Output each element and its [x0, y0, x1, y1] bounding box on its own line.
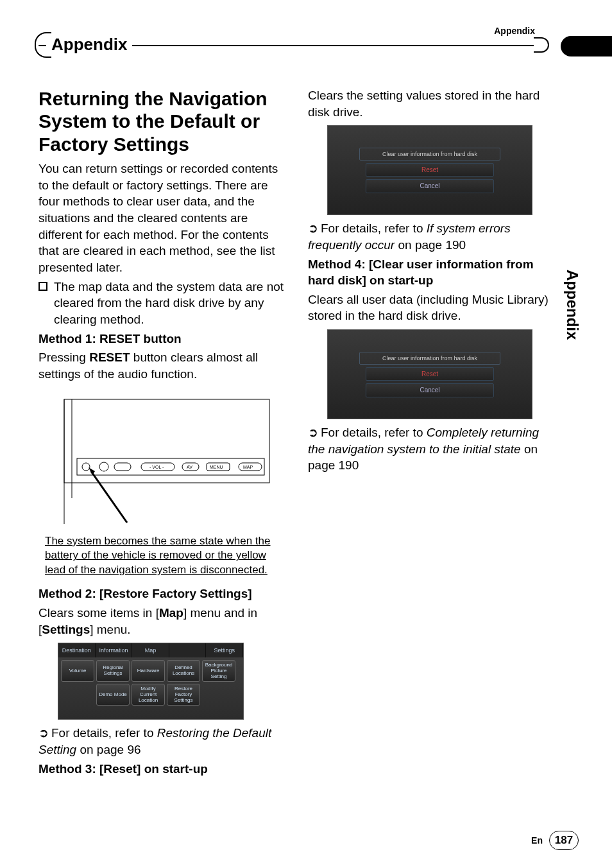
dialog-label: Clear user information from hard disk: [359, 352, 500, 365]
note-bullet: The map data and the system data are not…: [38, 279, 285, 328]
ref2a: For details, refer to: [51, 726, 157, 740]
ss-tab: Information: [96, 643, 133, 657]
ref3: ➲For details, refer to If system errors …: [308, 220, 554, 253]
ref2: ➲For details, refer to Restoring the Def…: [38, 725, 285, 758]
chapter-title: Appendix: [46, 35, 132, 55]
lang-label: En: [531, 835, 543, 846]
ss-tab: Map: [132, 643, 169, 657]
m1-reset-word: RESET: [89, 351, 130, 364]
ss-button: Regional Settings: [96, 660, 130, 682]
ref4: ➲For details, refer to Completely return…: [308, 424, 554, 474]
ss-tab: [169, 643, 207, 657]
method1-text: Pressing RESET button clears almost all …: [38, 349, 285, 382]
m1-text-a: Pressing: [38, 351, 89, 364]
svg-text:AV: AV: [187, 465, 192, 469]
svg-line-15: [91, 471, 127, 523]
intro-paragraph: You can return settings or recorded cont…: [38, 161, 285, 275]
pointer-icon: ➲: [38, 726, 49, 740]
right-p1: Clears the setting values stored in the …: [308, 87, 554, 120]
ss-button: Modify Current Location: [132, 684, 165, 706]
ref3b: on page 190: [395, 238, 466, 252]
device-panel-figure: - VOL - AV MENU MAP: [45, 389, 282, 530]
svg-text:- VOL -: - VOL -: [149, 465, 164, 469]
left-column: Returning the Navigation System to the D…: [38, 87, 285, 779]
method3-title: Method 3: [Reset] on start-up: [38, 761, 285, 777]
svg-point-5: [99, 462, 108, 471]
ss-tab: Settings: [206, 643, 243, 657]
note-text: The map data and the system data are not…: [54, 279, 285, 328]
m2c: ] menu.: [90, 623, 130, 636]
ss-button: Hardware: [132, 660, 165, 682]
method2-title: Method 2: [Restore Factory Settings]: [38, 586, 285, 602]
method1-title: Method 1: RESET button: [38, 331, 285, 347]
pointer-icon: ➲: [308, 426, 318, 439]
svg-rect-6: [114, 463, 131, 471]
dialog-cancel-button: Cancel: [366, 179, 494, 193]
ref4a: For details, refer to: [321, 426, 427, 439]
svg-point-4: [82, 463, 90, 471]
svg-rect-3: [77, 458, 264, 475]
settings-menu-screenshot: Destination Information Map Settings Vol…: [58, 643, 244, 720]
ss-button: Volume: [61, 660, 94, 682]
side-vertical-label: Appendix: [563, 270, 581, 340]
page-number: 187: [549, 831, 579, 850]
section-heading: Returning the Navigation System to the D…: [38, 87, 285, 155]
figure1-caption: The system becomes the same state when t…: [45, 534, 272, 578]
ref3a: For details, refer to: [321, 221, 427, 235]
pointer-icon: ➲: [308, 221, 318, 235]
ss-button: Restore Factory Settings: [167, 684, 200, 706]
ss-button: Background Picture Setting: [202, 660, 235, 682]
dialog-cancel-button: Cancel: [366, 383, 494, 397]
ss-button: Demo Mode: [96, 684, 130, 706]
method4-title: Method 4: [Clear user information from h…: [308, 256, 554, 289]
ss-button: Defined Locations: [167, 660, 200, 682]
page-footer: En 187: [531, 831, 579, 850]
chapter-banner: Appendix: [38, 36, 586, 59]
method4-text: Clears all user data (including Music Li…: [308, 291, 554, 324]
reset-dialog-1: Clear user information from hard disk Re…: [327, 125, 532, 215]
svg-text:MENU: MENU: [210, 465, 223, 469]
banner-end-cap: [534, 37, 549, 53]
ss-tab: Destination: [58, 643, 96, 657]
right-column: Clears the setting values stored in the …: [308, 87, 586, 779]
svg-text:MAP: MAP: [243, 465, 253, 469]
m2-map: Map: [159, 606, 183, 620]
device-panel-svg: - VOL - AV MENU MAP: [45, 389, 282, 530]
reset-dialog-2: Clear user information from hard disk Re…: [327, 329, 532, 419]
m2a: Clears some items in [: [38, 606, 159, 620]
m2-settings: Settings: [42, 623, 90, 636]
dialog-reset-button: Reset: [366, 367, 494, 381]
checkbox-icon: [38, 282, 47, 291]
ref2b: on page 96: [76, 743, 140, 756]
dialog-label: Clear user information from hard disk: [359, 148, 500, 161]
header-small-label: Appendix: [494, 26, 535, 36]
dialog-reset-button: Reset: [366, 163, 494, 177]
method2-text: Clears some items in [Map] menu and in […: [38, 605, 285, 638]
